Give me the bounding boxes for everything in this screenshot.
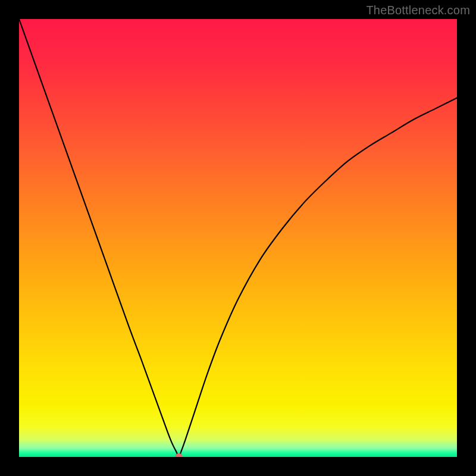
chart-frame: TheBottleneck.com	[0, 0, 476, 476]
watermark-text: TheBottleneck.com	[366, 4, 470, 17]
plot-area	[19, 19, 457, 457]
